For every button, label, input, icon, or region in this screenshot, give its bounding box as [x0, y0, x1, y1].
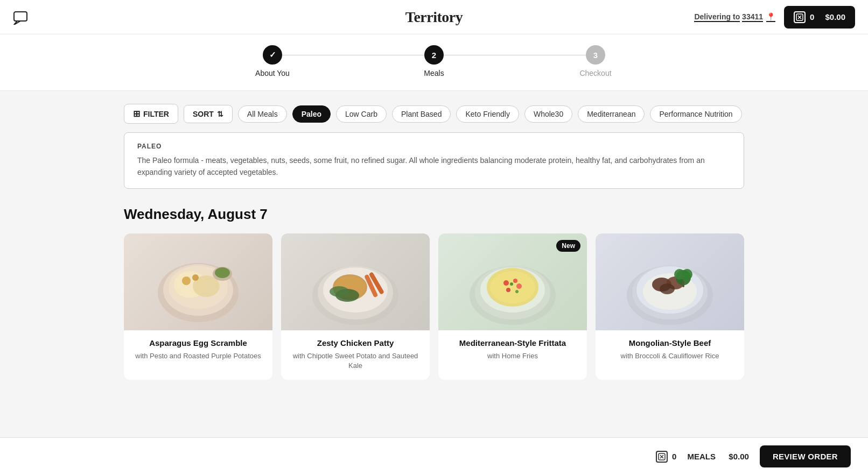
step-circle-meals: 2	[424, 45, 444, 65]
info-box-text: The Paleo formula - meats, vegetables, n…	[137, 154, 731, 179]
meal-image-asparagus	[124, 233, 272, 330]
cart-icon	[794, 11, 806, 23]
meal-name-asparagus: Asparagus Egg Scramble	[132, 338, 264, 349]
svg-rect-43	[682, 281, 684, 287]
svg-point-28	[513, 279, 517, 283]
chip-whole30[interactable]: Whole30	[524, 105, 572, 123]
info-box-label: PALEO	[137, 143, 731, 150]
meal-desc-beef: with Broccoli & Cauliflower Rice	[604, 351, 736, 361]
step-line-1	[272, 55, 434, 55]
svg-point-21	[330, 286, 349, 297]
chat-icon[interactable]	[13, 10, 28, 25]
meal-card-zesty-chicken[interactable]: Zesty Chicken Patty with Chipotle Sweet …	[281, 233, 430, 380]
chip-keto-friendly[interactable]: Keto Friendly	[456, 105, 519, 123]
svg-point-10	[192, 274, 199, 281]
svg-point-29	[516, 283, 522, 289]
meal-info-beef: Mongolian-Style Beef with Broccoli & Cau…	[596, 330, 744, 370]
step-label-checkout: Checkout	[579, 69, 611, 77]
svg-point-32	[515, 290, 519, 293]
cart-count: 0	[810, 12, 814, 22]
meal-image-frittata: New	[438, 233, 587, 330]
date-heading: Wednesday, August 7	[124, 206, 744, 223]
step-line-2	[434, 55, 596, 55]
filter-bar: ⊞ FILTER SORT ⇅ All Meals Paleo Low Carb…	[124, 104, 744, 124]
info-box: PALEO The Paleo formula - meats, vegetab…	[124, 132, 744, 189]
filter-icon: ⊞	[133, 109, 140, 119]
chip-all-meals[interactable]: All Meals	[238, 105, 287, 123]
meal-name-chicken: Zesty Chicken Patty	[290, 338, 421, 349]
step-checkout[interactable]: 3 Checkout	[515, 45, 676, 77]
step-circle-about-you: ✓	[263, 45, 282, 65]
step-about-you[interactable]: ✓ About You	[192, 45, 353, 77]
meal-info-asparagus: Asparagus Egg Scramble with Pesto and Ro…	[124, 330, 272, 370]
header: Territory Delivering to 33411 📍 0 $0.00	[0, 0, 868, 34]
pin-icon: 📍	[766, 12, 775, 22]
main-content: ⊞ FILTER SORT ⇅ All Meals Paleo Low Carb…	[111, 91, 757, 434]
step-label-meals: Meals	[424, 69, 444, 77]
cart-button[interactable]: 0 $0.00	[784, 6, 855, 29]
meal-name-frittata: Mediterranean-Style Frittata	[447, 338, 578, 349]
meal-card-frittata[interactable]: New Me	[438, 233, 587, 380]
new-badge-frittata: New	[556, 240, 580, 252]
meal-image-chicken	[281, 233, 430, 330]
chip-mediterranean[interactable]: Mediterranean	[578, 105, 645, 123]
meal-name-beef: Mongolian-Style Beef	[604, 338, 736, 349]
zip-code[interactable]: 33411	[742, 12, 763, 22]
site-title: Territory	[405, 9, 463, 26]
chip-performance-nutrition[interactable]: Performance Nutrition	[650, 105, 741, 123]
filter-button[interactable]: ⊞ FILTER	[124, 104, 178, 124]
chip-low-carb[interactable]: Low Carb	[336, 105, 387, 123]
meal-desc-asparagus: with Pesto and Roasted Purple Potatoes	[132, 351, 264, 361]
meal-info-frittata: Mediterranean-Style Frittata with Home F…	[438, 330, 587, 370]
sort-icon: ⇅	[217, 110, 223, 118]
meal-card-asparagus-egg-scramble[interactable]: Asparagus Egg Scramble with Pesto and Ro…	[124, 233, 272, 380]
sort-button[interactable]: SORT ⇅	[184, 105, 233, 123]
svg-rect-0	[14, 12, 27, 21]
svg-point-31	[510, 282, 513, 286]
step-circle-checkout: 3	[586, 45, 605, 65]
chip-paleo[interactable]: Paleo	[292, 105, 331, 123]
cart-price: $0.00	[825, 12, 845, 22]
meal-info-chicken: Zesty Chicken Patty with Chipotle Sweet …	[281, 330, 430, 380]
svg-point-12	[215, 267, 230, 278]
svg-point-30	[506, 288, 510, 292]
svg-point-26	[490, 271, 535, 303]
svg-point-39	[660, 283, 675, 294]
chip-plant-based[interactable]: Plant Based	[392, 105, 451, 123]
svg-point-27	[503, 280, 509, 286]
step-label-about-you: About You	[255, 69, 290, 77]
meal-card-beef[interactable]: Mongolian-Style Beef with Broccoli & Cau…	[596, 233, 744, 380]
svg-point-42	[682, 269, 692, 280]
delivering-info: Delivering to 33411 📍	[694, 12, 775, 22]
header-right: Delivering to 33411 📍 0 $0.00	[694, 6, 855, 29]
step-meals[interactable]: 2 Meals	[353, 45, 515, 77]
meal-image-beef	[596, 233, 744, 330]
stepper: ✓ About You 2 Meals 3 Checkout	[0, 34, 868, 91]
svg-point-9	[182, 277, 191, 285]
meals-grid: Asparagus Egg Scramble with Pesto and Ro…	[124, 233, 744, 380]
meal-desc-chicken: with Chipotle Sweet Potato and Sauteed K…	[290, 351, 421, 371]
meal-desc-frittata: with Home Fries	[447, 351, 578, 361]
